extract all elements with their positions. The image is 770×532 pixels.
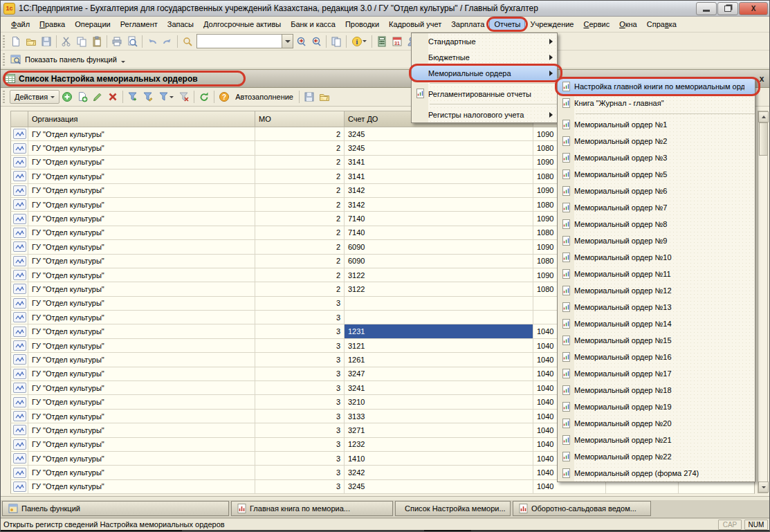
schet-do-cell[interactable]: 1261 bbox=[345, 353, 533, 367]
schet-do-cell[interactable]: 1232 bbox=[345, 438, 533, 452]
search-input[interactable] bbox=[196, 34, 282, 48]
organization-cell[interactable]: ГУ "Отдел культуры" bbox=[28, 367, 255, 381]
menu-item[interactable]: Мемориальный ордер №11 bbox=[558, 266, 755, 282]
menubar-item[interactable]: Долгосрочные активы bbox=[199, 18, 286, 30]
schet-do-cell[interactable]: 3133 bbox=[345, 410, 533, 423]
schet-do-cell[interactable]: 3245 bbox=[345, 127, 533, 141]
table-vertical-scrollbar[interactable] bbox=[758, 111, 768, 493]
undo-button[interactable] bbox=[145, 34, 160, 49]
add-button[interactable] bbox=[59, 89, 75, 104]
menubar-item[interactable]: Сервис bbox=[578, 18, 614, 30]
organization-cell[interactable]: ГУ "Отдел культуры" bbox=[28, 268, 255, 282]
organization-cell[interactable]: ГУ "Отдел культуры" bbox=[28, 212, 255, 226]
minimize-button[interactable] bbox=[696, 2, 717, 15]
mo-cell[interactable]: 2 bbox=[255, 282, 345, 296]
schet-do-cell[interactable]: 3142 bbox=[345, 184, 533, 198]
mo-cell[interactable]: 3 bbox=[255, 423, 345, 437]
organization-cell[interactable]: ГУ "Отдел культуры" bbox=[28, 452, 255, 466]
mo-cell[interactable]: 2 bbox=[255, 127, 345, 141]
mo-cell[interactable]: 2 bbox=[255, 212, 345, 226]
copy-item-button[interactable] bbox=[75, 89, 90, 104]
menu-item[interactable]: Стандартные bbox=[412, 33, 557, 49]
copy-pages-button[interactable] bbox=[329, 34, 344, 49]
schet-do-cell[interactable]: 6090 bbox=[345, 255, 533, 268]
scroll-down-button[interactable] bbox=[758, 481, 769, 493]
mo-cell[interactable]: 2 bbox=[255, 198, 345, 212]
menu-item[interactable]: Мемориальный ордер №17 bbox=[558, 365, 755, 382]
organization-cell[interactable]: ГУ "Отдел культуры" bbox=[28, 169, 255, 183]
organization-cell[interactable]: ГУ "Отдел культуры" bbox=[28, 381, 255, 395]
mo-cell[interactable]: 3 bbox=[255, 452, 345, 466]
menubar-item[interactable]: Правка bbox=[35, 18, 70, 30]
menubar-item[interactable]: Кадровый учет bbox=[384, 18, 446, 30]
column-header-mo[interactable]: МО bbox=[255, 111, 345, 127]
menu-item[interactable]: Мемориальный ордер №18 bbox=[558, 382, 755, 398]
print-button[interactable] bbox=[109, 34, 125, 49]
schet-do-cell[interactable]: 7140 bbox=[345, 226, 533, 240]
schet-do-cell[interactable]: 7140 bbox=[345, 212, 533, 226]
redo-button[interactable] bbox=[160, 34, 175, 49]
menubar-item[interactable]: Учреждение bbox=[525, 18, 578, 30]
menu-item[interactable]: Мемориальный ордер №19 bbox=[558, 398, 755, 415]
menu-item[interactable]: Мемориальный ордер №14 bbox=[558, 315, 755, 332]
organization-cell[interactable]: ГУ "Отдел культуры" bbox=[28, 184, 255, 198]
menu-item[interactable]: Мемориальный ордер №20 bbox=[558, 415, 755, 432]
organization-cell[interactable]: ГУ "Отдел культуры" bbox=[28, 156, 255, 169]
actions-menu-button[interactable]: Действия bbox=[10, 90, 59, 104]
mo-cell[interactable]: 3 bbox=[255, 311, 345, 324]
clear-filter-button[interactable] bbox=[176, 89, 192, 104]
menu-item[interactable]: Мемориальный ордер №13 bbox=[558, 299, 755, 315]
menubar-item[interactable]: Файл bbox=[6, 18, 35, 30]
schet-do-cell[interactable]: 3210 bbox=[345, 395, 533, 409]
menu-item[interactable]: Мемориальный ордер №5 bbox=[558, 166, 755, 183]
organization-cell[interactable]: ГУ "Отдел культуры" bbox=[28, 311, 255, 324]
menubar-item[interactable]: Проводки bbox=[340, 18, 384, 30]
schet-do-cell[interactable]: 3245 bbox=[345, 480, 533, 494]
schet-do-cell[interactable]: 3245 bbox=[345, 141, 533, 155]
menu-item[interactable]: Регламентированные отчеты bbox=[412, 86, 557, 102]
organization-cell[interactable]: ГУ "Отдел культуры" bbox=[28, 480, 255, 494]
organization-cell[interactable]: ГУ "Отдел культуры" bbox=[28, 339, 255, 353]
schet-do-cell[interactable]: 3142 bbox=[345, 198, 533, 212]
schet-do-cell[interactable] bbox=[345, 297, 533, 311]
menu-item[interactable]: Мемориальный ордер №10 bbox=[558, 249, 755, 266]
mo-cell[interactable]: 2 bbox=[255, 240, 345, 254]
calculator-button[interactable] bbox=[374, 34, 389, 49]
cut-button[interactable] bbox=[59, 34, 74, 49]
mo-cell[interactable]: 2 bbox=[255, 156, 345, 169]
menubar-item[interactable]: Окна bbox=[614, 18, 642, 30]
tab-turnover-balance-sheet[interactable]: Оборотно-сальдовая ведом... bbox=[513, 501, 651, 516]
menubar-item[interactable]: Отчеты bbox=[489, 18, 525, 30]
schet-do-cell[interactable] bbox=[345, 311, 533, 324]
mo-cell[interactable]: 3 bbox=[255, 466, 345, 479]
column-header-organization[interactable]: Организация bbox=[28, 111, 255, 127]
schet-do-cell[interactable]: 6090 bbox=[345, 240, 533, 254]
menu-item[interactable]: Мемориальный ордер (форма 274) bbox=[558, 465, 755, 481]
schet-do-cell[interactable]: 3141 bbox=[345, 169, 533, 183]
organization-cell[interactable]: ГУ "Отдел культуры" bbox=[28, 353, 255, 367]
menu-item[interactable]: Мемориальные ордера bbox=[412, 65, 557, 81]
mdi-close-button[interactable]: x bbox=[756, 73, 767, 84]
menu-item[interactable]: Регистры налогового учета bbox=[412, 107, 557, 122]
menubar-item[interactable]: Запасы bbox=[163, 18, 199, 30]
schet-do-cell[interactable]: 1231 bbox=[345, 324, 533, 338]
refresh-button[interactable] bbox=[196, 89, 212, 104]
mo-cell[interactable]: 3 bbox=[255, 353, 345, 367]
mo-cell[interactable]: 3 bbox=[255, 438, 345, 452]
mo-cell[interactable]: 2 bbox=[255, 184, 345, 198]
organization-cell[interactable]: ГУ "Отдел культуры" bbox=[28, 395, 255, 409]
filter-menu-button[interactable] bbox=[156, 89, 176, 104]
mo-cell[interactable]: 3 bbox=[255, 381, 345, 395]
filter-by-value-button[interactable] bbox=[140, 89, 156, 104]
menubar-item[interactable]: Операции bbox=[70, 18, 115, 30]
print-preview-button[interactable] bbox=[125, 34, 140, 49]
schet-do-cell[interactable]: 3247 bbox=[345, 367, 533, 381]
schet-do-cell[interactable]: 3271 bbox=[345, 423, 533, 437]
menu-item[interactable]: Мемориальный ордер №1 bbox=[558, 116, 755, 133]
mo-cell[interactable]: 2 bbox=[255, 255, 345, 268]
toolbar-grip[interactable] bbox=[3, 91, 5, 103]
menu-item[interactable]: Мемориальный ордер №6 bbox=[558, 183, 755, 199]
mo-cell[interactable]: 3 bbox=[255, 480, 345, 494]
open-button[interactable] bbox=[24, 34, 39, 49]
menubar-item[interactable]: Зарплата bbox=[446, 18, 489, 30]
